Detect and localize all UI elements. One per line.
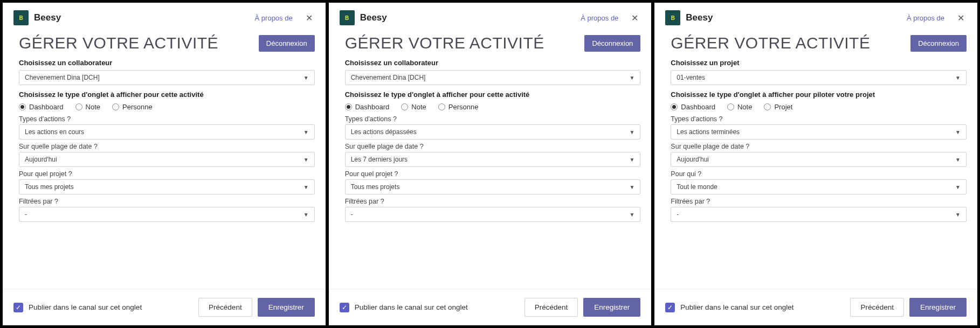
chevron-down-icon: ▼ <box>303 129 309 135</box>
app-name: Beesy <box>360 12 576 23</box>
footer: ✓ Publier dans le canal sur cet onglet P… <box>3 289 326 325</box>
logout-button[interactable]: Déconnexion <box>259 35 315 52</box>
about-link[interactable]: À propos de <box>581 14 618 22</box>
previous-button[interactable]: Précédent <box>524 298 578 317</box>
radio-icon <box>727 103 734 110</box>
collaborator-select[interactable]: Chevenement Dina [DCH] ▼ <box>19 70 315 85</box>
field-label: Sur quelle plage de date ? <box>345 143 641 150</box>
chevron-down-icon: ▼ <box>303 184 309 190</box>
field-label: Types d'actions ? <box>671 115 967 123</box>
radio-note[interactable]: Note <box>401 103 426 111</box>
radio-dashboard[interactable]: Dashboard <box>19 103 64 111</box>
action-type-select[interactable]: Les actions dépassées▼ <box>345 124 641 139</box>
date-range-select[interactable]: Aujourd'hui▼ <box>19 152 315 167</box>
config-panel-1: B Beesy À propos de ✕ GÉRER VOTRE ACTIVI… <box>2 2 326 326</box>
collaborator-select[interactable]: Chevenement Dina [DCH]▼ <box>345 70 641 85</box>
radio-group: Dashboard Note Personne <box>345 103 641 111</box>
field-label: Pour qui ? <box>671 170 967 178</box>
radio-icon <box>671 103 678 110</box>
project-select[interactable]: Tous mes projets▼ <box>19 179 315 194</box>
field-label: Filtrées par ? <box>345 198 641 205</box>
field-label: Sur quelle plage de date ? <box>19 143 315 150</box>
page-title: GÉRER VOTRE ACTIVITÉ <box>345 34 544 52</box>
choose-project-label: Choisissez un projet <box>671 59 967 67</box>
project-select[interactable]: Tous mes projets▼ <box>345 179 641 194</box>
tab-type-label: Choisissez le type d'onglet à afficher p… <box>345 90 641 99</box>
field-label: Pour quel projet ? <box>345 170 641 178</box>
chevron-down-icon: ▼ <box>303 75 309 81</box>
radio-personne[interactable]: Personne <box>438 103 479 111</box>
chevron-down-icon: ▼ <box>955 212 961 218</box>
field-label: Types d'actions ? <box>19 115 315 123</box>
footer: ✓ Publier dans le canal sur cet onglet P… <box>654 289 977 325</box>
tab-type-label: Choisissez le type d'onglet à afficher p… <box>19 90 315 99</box>
beesy-logo: B <box>340 10 355 25</box>
previous-button[interactable]: Précédent <box>850 298 904 317</box>
about-link[interactable]: À propos de <box>255 14 293 22</box>
page-title: GÉRER VOTRE ACTIVITÉ <box>671 34 870 52</box>
filter-select[interactable]: -▼ <box>345 207 641 222</box>
footer: ✓ Publier dans le canal sur cet onglet P… <box>329 289 652 325</box>
radio-icon <box>112 103 119 110</box>
logout-button[interactable]: Déconnexion <box>910 35 967 52</box>
collaborator-value: Chevenement Dina [DCH] <box>25 74 100 81</box>
close-icon[interactable]: ✕ <box>629 11 640 25</box>
chevron-down-icon: ▼ <box>629 129 634 135</box>
logout-button[interactable]: Déconnexion <box>584 35 640 52</box>
filter-select[interactable]: -▼ <box>19 207 315 222</box>
radio-note[interactable]: Note <box>727 103 752 111</box>
chevron-down-icon: ▼ <box>955 129 961 135</box>
header: B Beesy À propos de ✕ <box>329 3 652 31</box>
config-panel-2: B Beesy À propos de ✕ GÉRER VOTRE ACTIVI… <box>328 2 652 326</box>
publish-checkbox[interactable]: ✓ <box>665 303 675 312</box>
who-select[interactable]: Tout le monde▼ <box>671 179 967 194</box>
beesy-logo: B <box>665 10 680 25</box>
chevron-down-icon: ▼ <box>955 184 961 190</box>
filter-select[interactable]: -▼ <box>671 207 967 222</box>
radio-icon <box>438 103 445 110</box>
radio-dashboard[interactable]: Dashboard <box>671 103 715 111</box>
action-type-select[interactable]: Les actions en cours▼ <box>19 124 315 139</box>
radio-icon <box>764 103 771 110</box>
date-range-select[interactable]: Les 7 derniers jours▼ <box>345 152 641 167</box>
app-name: Beesy <box>686 12 901 23</box>
publish-label: Publier dans le canal sur cet onglet <box>29 303 193 311</box>
save-button[interactable]: Enregistrer <box>909 298 967 317</box>
field-label: Pour quel projet ? <box>19 170 315 178</box>
chevron-down-icon: ▼ <box>303 157 309 163</box>
choose-collab-label: Choisissez un collaborateur <box>345 59 641 67</box>
choose-collab-label: Choisissez un collaborateur <box>19 59 315 67</box>
header: B Beesy À propos de ✕ <box>654 3 977 31</box>
config-panel-3: B Beesy À propos de ✕ GÉRER VOTRE ACTIVI… <box>654 2 978 326</box>
content-scroll[interactable]: GÉRER VOTRE ACTIVITÉ Déconnexion Choisis… <box>654 31 977 289</box>
app-name: Beesy <box>34 12 250 23</box>
previous-button[interactable]: Précédent <box>198 298 252 317</box>
close-icon[interactable]: ✕ <box>303 11 315 25</box>
chevron-down-icon: ▼ <box>629 212 634 218</box>
save-button[interactable]: Enregistrer <box>258 298 315 317</box>
publish-checkbox[interactable]: ✓ <box>340 303 349 312</box>
publish-label: Publier dans le canal sur cet onglet <box>680 303 845 311</box>
radio-note[interactable]: Note <box>75 103 100 111</box>
project-select-top[interactable]: 01-ventes▼ <box>671 70 967 85</box>
radio-group: Dashboard Note Personne <box>19 103 315 111</box>
radio-projet[interactable]: Projet <box>764 103 792 111</box>
radio-icon <box>19 103 26 110</box>
chevron-down-icon: ▼ <box>955 157 961 163</box>
page-title: GÉRER VOTRE ACTIVITÉ <box>19 34 218 52</box>
chevron-down-icon: ▼ <box>629 157 634 163</box>
field-label: Filtrées par ? <box>19 198 315 205</box>
save-button[interactable]: Enregistrer <box>583 298 640 317</box>
about-link[interactable]: À propos de <box>907 14 944 22</box>
publish-checkbox[interactable]: ✓ <box>13 303 23 312</box>
date-range-select[interactable]: Aujourd'hui▼ <box>671 152 967 167</box>
radio-personne[interactable]: Personne <box>112 103 153 111</box>
content-scroll[interactable]: GÉRER VOTRE ACTIVITÉ Déconnexion Choisis… <box>3 31 326 289</box>
radio-dashboard[interactable]: Dashboard <box>345 103 390 111</box>
publish-label: Publier dans le canal sur cet onglet <box>355 303 519 311</box>
content-scroll[interactable]: GÉRER VOTRE ACTIVITÉ Déconnexion Choisis… <box>329 31 652 289</box>
radio-icon <box>75 103 82 110</box>
tab-type-label: Choisissez le type d'onglet à afficher p… <box>671 90 967 99</box>
action-type-select[interactable]: Les actions terminées▼ <box>671 124 967 139</box>
close-icon[interactable]: ✕ <box>955 11 967 25</box>
